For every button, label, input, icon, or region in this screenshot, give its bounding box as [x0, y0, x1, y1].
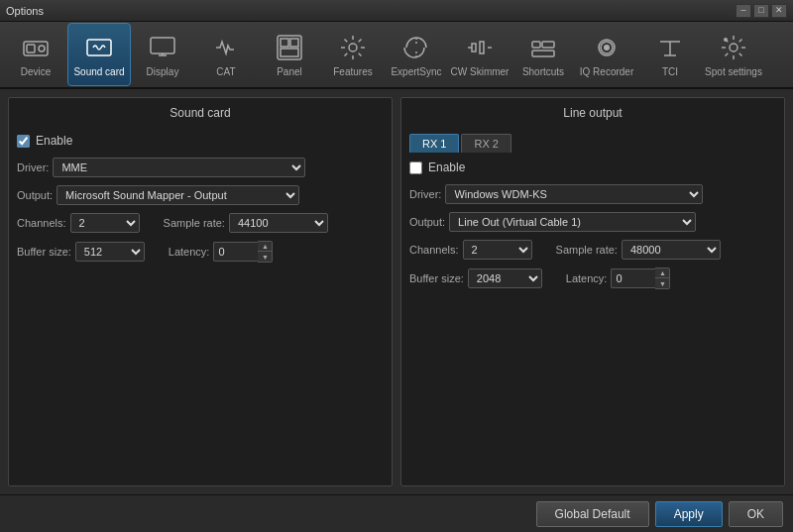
tab-rx2[interactable]: RX 2: [461, 134, 510, 153]
window-title: Options: [6, 5, 44, 17]
svg-rect-6: [281, 39, 288, 47]
toolbar-shortcuts-label: Shortcuts: [522, 66, 564, 77]
main-content: Sound card Enable Driver: MME ASIO WDM-K…: [0, 89, 793, 494]
line-output-latency-down[interactable]: ▼: [655, 278, 669, 288]
line-output-latency-input[interactable]: [611, 268, 655, 288]
sound-card-sample-rate-label: Sample rate:: [164, 217, 225, 229]
svg-rect-11: [542, 42, 554, 48]
minimize-button[interactable]: –: [736, 4, 751, 18]
line-output-buffer-select[interactable]: 2048 256 512 1024: [468, 268, 542, 288]
toolbar-item-spot-settings[interactable]: Spot settings: [702, 23, 765, 86]
title-bar-buttons: – □ ✕: [736, 4, 787, 18]
sound-card-output-select[interactable]: Microsoft Sound Mapper - Output: [57, 185, 299, 205]
maximize-button[interactable]: □: [753, 4, 769, 18]
toolbar-cat-label: CAT: [216, 66, 235, 77]
line-output-output-label: Output:: [409, 216, 445, 228]
sound-card-driver-row: Driver: MME ASIO WDM-KS: [17, 158, 384, 177]
toolbar-item-display[interactable]: Display: [131, 23, 194, 86]
line-output-output-row: Output: Line Out (Virtual Cable 1): [409, 212, 776, 232]
line-output-latency-label: Latency:: [566, 272, 608, 284]
toolbar-spot-settings-label: Spot settings: [705, 66, 762, 77]
line-output-panel-title: Line output: [409, 106, 776, 124]
line-output-sample-rate-select[interactable]: 48000 44100 96000: [622, 240, 721, 260]
sound-card-driver-label: Driver:: [17, 161, 49, 173]
sound-card-output-label: Output:: [17, 189, 53, 201]
sound-card-sample-rate-select[interactable]: 44100 48000 96000: [229, 213, 328, 233]
toolbar-item-cw-skimmer[interactable]: CW Skimmer: [448, 23, 511, 86]
svg-rect-3: [87, 40, 111, 55]
sound-card-buffer-label: Buffer size:: [17, 246, 71, 258]
sound-card-output-row: Output: Microsoft Sound Mapper - Output: [17, 185, 384, 205]
svg-rect-8: [281, 49, 298, 56]
sound-card-channels-select[interactable]: 2 1: [70, 213, 140, 233]
shortcuts-icon: [527, 32, 559, 63]
line-output-driver-label: Driver:: [409, 188, 441, 200]
line-output-channels-label: Channels:: [409, 244, 459, 256]
sound-card-latency-spinners: ▲ ▼: [258, 241, 273, 263]
iq-recorder-icon: [591, 32, 623, 63]
tab-rx1[interactable]: RX 1: [409, 134, 459, 153]
line-output-latency-up[interactable]: ▲: [655, 268, 669, 278]
line-output-driver-row: Driver: Windows WDM-KS MME ASIO: [409, 184, 776, 204]
sound-card-buffer-select[interactable]: 512 256 1024 2048: [75, 242, 145, 262]
toolbar-item-expertsync[interactable]: ExpertSync: [385, 23, 448, 86]
line-output-enable-checkbox[interactable]: [409, 161, 422, 174]
line-output-latency-spinners: ▲ ▼: [655, 267, 670, 289]
line-output-output-select[interactable]: Line Out (Virtual Cable 1): [449, 212, 696, 232]
line-output-panel: Line output RX 1 RX 2 Enable Driver: Win…: [400, 97, 785, 486]
line-output-sample-rate-label: Sample rate:: [556, 244, 618, 256]
svg-rect-12: [532, 51, 554, 56]
svg-point-9: [349, 44, 357, 52]
sound-card-buffer-row: Buffer size: 512 256 1024 2048 Latency: …: [17, 241, 384, 263]
close-button[interactable]: ✕: [771, 4, 787, 18]
svg-point-2: [39, 46, 45, 52]
device-icon: [20, 32, 52, 63]
sound-card-driver-select[interactable]: MME ASIO WDM-KS: [53, 158, 305, 177]
toolbar-display-label: Display: [147, 66, 179, 77]
line-output-enable-label: Enable: [428, 160, 465, 174]
toolbar-item-panel[interactable]: Panel: [258, 23, 321, 86]
spot-settings-icon: [718, 32, 749, 63]
toolbar-item-shortcuts[interactable]: Shortcuts: [511, 23, 575, 86]
sound-card-latency-input[interactable]: [213, 242, 258, 262]
line-output-buffer-row: Buffer size: 2048 256 512 1024 Latency: …: [409, 267, 776, 289]
toolbar-iq-recorder-label: IQ Recorder: [580, 66, 633, 77]
cw-skimmer-icon: [464, 32, 496, 63]
bottom-bar: Global Default Apply OK: [0, 494, 793, 532]
title-bar: Options – □ ✕: [0, 0, 793, 22]
svg-rect-1: [27, 45, 35, 53]
toolbar-item-cat[interactable]: CAT: [194, 23, 258, 86]
sound-card-latency-down[interactable]: ▼: [258, 252, 272, 262]
sound-card-channels-label: Channels:: [17, 217, 66, 229]
sound-card-icon: [83, 32, 115, 63]
svg-rect-10: [532, 42, 540, 48]
svg-point-16: [730, 44, 737, 52]
line-output-channels-select[interactable]: 2 1: [463, 240, 532, 260]
apply-button[interactable]: Apply: [655, 501, 723, 527]
panel-icon: [274, 32, 305, 63]
sound-card-channels-row: Channels: 2 1 Sample rate: 44100 48000 9…: [17, 213, 384, 233]
toolbar-item-features[interactable]: Features: [321, 23, 385, 86]
toolbar-tci-label: TCI: [662, 66, 678, 77]
global-default-button[interactable]: Global Default: [536, 501, 649, 527]
sound-card-enable-label: Enable: [36, 134, 72, 148]
line-output-buffer-label: Buffer size:: [409, 272, 464, 284]
features-icon: [337, 32, 369, 63]
toolbar-item-iq-recorder[interactable]: IQ Recorder: [575, 23, 638, 86]
sound-card-panel: Sound card Enable Driver: MME ASIO WDM-K…: [8, 97, 393, 486]
line-output-tabs: RX 1 RX 2: [409, 134, 776, 153]
sound-card-latency-up[interactable]: ▲: [258, 242, 272, 252]
line-output-driver-select[interactable]: Windows WDM-KS MME ASIO: [445, 184, 703, 204]
line-output-enable-row: Enable: [409, 160, 776, 174]
ok-button[interactable]: OK: [729, 501, 783, 527]
toolbar-item-sound-card[interactable]: Sound card: [67, 23, 131, 86]
toolbar: Device Sound card Display CAT: [0, 22, 793, 89]
sound-card-enable-checkbox[interactable]: [17, 135, 30, 148]
toolbar-features-label: Features: [333, 66, 372, 77]
sound-card-panel-title: Sound card: [17, 106, 384, 124]
svg-rect-4: [151, 38, 174, 53]
svg-rect-7: [290, 39, 298, 47]
cat-icon: [210, 32, 242, 63]
toolbar-item-device[interactable]: Device: [4, 23, 67, 86]
toolbar-item-tci[interactable]: TCI: [638, 23, 702, 86]
